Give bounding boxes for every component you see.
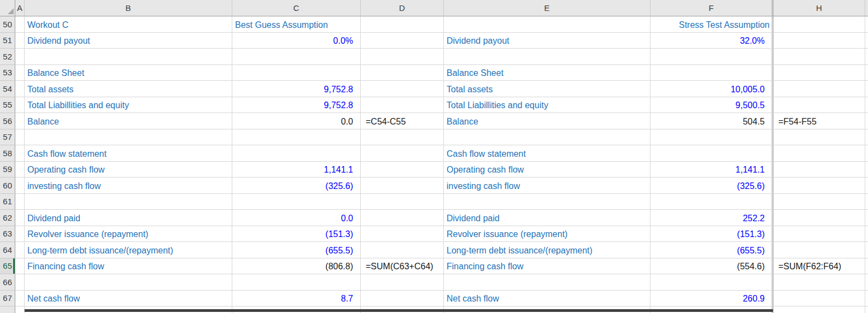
cell-E50[interactable] [444,16,650,33]
cell-B54[interactable]: Total assets [25,81,232,97]
cell-B61[interactable] [25,194,232,210]
row-header-63[interactable]: 63 [0,226,15,243]
row-header-58[interactable]: 58 [0,145,15,162]
cell-partial-59[interactable] [865,162,868,178]
cell-E56[interactable]: Balance [444,113,650,129]
cell-C54[interactable]: 9,752.8 [232,81,361,97]
cell-D57[interactable] [361,129,444,146]
cell-D59[interactable] [361,162,444,178]
cell-partial-58[interactable] [865,145,868,162]
cell-X68-partial[interactable] [865,306,868,313]
cell-H68-partial[interactable] [773,306,865,313]
row-header-50[interactable]: 50 [0,16,15,33]
cell-F55[interactable]: 9,500.5 [650,97,773,114]
cell-B62[interactable]: Dividend paid [25,210,232,226]
cell-C66[interactable] [232,274,361,291]
cell-partial-61[interactable] [865,194,868,210]
cell-B66[interactable] [25,274,232,291]
column-header-E[interactable]: E [444,0,650,16]
cell-E62[interactable]: Dividend paid [444,210,650,226]
cell-partial-60[interactable] [865,178,868,194]
cell-B52[interactable] [25,49,232,65]
cell-A62[interactable] [15,210,25,226]
cell-A59[interactable] [15,162,25,178]
row-header-55[interactable]: 55 [0,97,15,114]
cell-partial-54[interactable] [865,81,868,97]
cell-partial-55[interactable] [865,97,868,114]
select-all-button[interactable] [0,0,15,16]
cell-B64[interactable]: Long-term debt issuance/(repayment) [25,242,232,258]
cell-partial-65[interactable] [865,258,868,275]
cell-H50[interactable] [773,16,865,33]
cell-A52[interactable] [15,49,25,65]
cell-A55[interactable] [15,97,25,114]
cell-B60[interactable]: investing cash flow [25,178,232,194]
cell-D62[interactable] [361,210,444,226]
row-header-67[interactable]: 67 [0,291,15,307]
cell-H67[interactable] [773,291,865,307]
cell-partial-51[interactable] [865,33,868,49]
cell-C63[interactable]: (151.3) [232,226,361,243]
cell-C65[interactable]: (806.8) [232,258,361,275]
cell-E65[interactable]: Financing cash flow [444,258,650,275]
cell-C67[interactable]: 8.7 [232,291,361,307]
cell-E51[interactable]: Dividend payout [444,33,650,49]
column-header-D[interactable]: D [361,0,444,16]
cell-D52[interactable] [361,49,444,65]
cell-A67[interactable] [15,291,25,307]
cell-B55[interactable]: Total Liabillities and equity [25,97,232,114]
column-header-C[interactable]: C [232,0,361,16]
cell-C59[interactable]: 1,141.1 [232,162,361,178]
cell-A53[interactable] [15,65,25,81]
cell-H57[interactable] [773,129,865,146]
cell-A60[interactable] [15,178,25,194]
cell-B63[interactable]: Revolver issuance (repayment) [25,226,232,243]
cell-partial-53[interactable] [865,65,868,81]
cell-E52[interactable] [444,49,650,65]
cell-B57[interactable] [25,129,232,146]
cell-C55[interactable]: 9,752.8 [232,97,361,114]
cell-B56[interactable]: Balance [25,113,232,129]
cell-F63[interactable]: (151.3) [650,226,773,243]
cell-F67[interactable]: 260.9 [650,291,773,307]
cell-partial-63[interactable] [865,226,868,243]
cell-B58[interactable]: Cash flow statement [25,145,232,162]
cell-D65[interactable]: =SUM(C63+C64) [361,258,444,275]
cell-D60[interactable] [361,178,444,194]
cell-partial-64[interactable] [865,242,868,258]
cell-B67[interactable]: Net cash flow [25,291,232,307]
cell-F52[interactable] [650,49,773,65]
row-header-54[interactable]: 54 [0,81,15,97]
column-header-H[interactable]: H [773,0,865,16]
cell-H58[interactable] [773,145,865,162]
cell-C58[interactable] [232,145,361,162]
cell-H66[interactable] [773,274,865,291]
cell-partial-66[interactable] [865,274,868,291]
cell-B50[interactable]: Workout C [25,16,232,33]
cell-F66[interactable] [650,274,773,291]
cell-partial-57[interactable] [865,129,868,146]
cell-A57[interactable] [15,129,25,146]
cell-H62[interactable] [773,210,865,226]
cell-E60[interactable]: investing cash flow [444,178,650,194]
cell-partial-52[interactable] [865,49,868,65]
cell-C56[interactable]: 0.0 [232,113,361,129]
cell-E66[interactable] [444,274,650,291]
cell-D58[interactable] [361,145,444,162]
cell-A61[interactable] [15,194,25,210]
cell-C50[interactable]: Best Guess Assumption [232,16,361,33]
cell-A64[interactable] [15,242,25,258]
cell-E55[interactable]: Total Liabillities and equity [444,97,650,114]
cell-E67[interactable]: Net cash flow [444,291,650,307]
row-header-59[interactable]: 59 [0,162,15,178]
row-header-62[interactable]: 62 [0,210,15,226]
cell-E64[interactable]: Long-term debt issuance/(repayment) [444,242,650,258]
cell-A58[interactable] [15,145,25,162]
cell-F54[interactable]: 10,005.0 [650,81,773,97]
cell-H56[interactable]: =F54-F55 [773,113,865,129]
row-header-51[interactable]: 51 [0,33,15,49]
cell-E61[interactable] [444,194,650,210]
cell-A50[interactable] [15,16,25,33]
cell-H59[interactable] [773,162,865,178]
cell-F51[interactable]: 32.0% [650,33,773,49]
